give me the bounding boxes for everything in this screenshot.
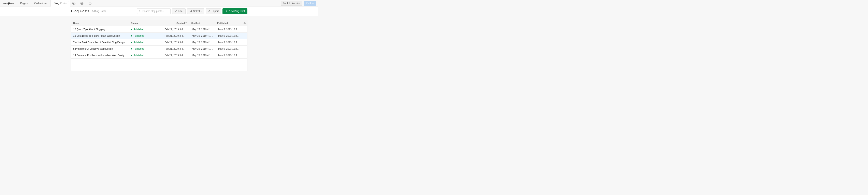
status-text: Published: [133, 28, 144, 31]
toolbar: Blog Posts 5 Blog Posts Filter Select...…: [71, 6, 247, 15]
cell-status: Published: [129, 54, 162, 57]
table-header: Name Status Created ▾ Modified Published: [71, 20, 247, 26]
tab-label: Blog Posts: [54, 2, 66, 5]
cell-name: 14 Common Problems with modern Web Desig…: [71, 54, 129, 57]
select-label: Select...: [193, 10, 202, 12]
help-tab[interactable]: [78, 0, 86, 6]
svg-line-9: [140, 11, 141, 12]
search-wrap: [137, 8, 170, 14]
cell-published: May 5, 2023 12:46 PM: [215, 54, 242, 57]
tab-label: Pages: [20, 2, 28, 5]
cell-created: Feb 21, 2019 3:48 PM: [162, 54, 189, 57]
right-buttons: Back to live site Publish: [279, 0, 318, 6]
plus-icon: [225, 10, 227, 12]
select-button[interactable]: Select...: [187, 8, 204, 14]
col-created-label: Created: [177, 22, 185, 24]
status-dot-icon: [131, 48, 132, 50]
cell-status: Published: [129, 41, 162, 44]
export-icon: [208, 10, 211, 12]
back-to-live-button[interactable]: Back to live site: [281, 1, 302, 6]
table-body: 10 Quick Tips About BloggingPublishedFeb…: [71, 26, 247, 59]
cell-created: Feb 21, 2019 3:48 PM: [162, 41, 189, 44]
cell-status: Published: [129, 47, 162, 50]
check-icon: [189, 10, 192, 12]
cell-created: Feb 21, 2019 3:48 PM: [162, 47, 189, 50]
svg-point-0: [73, 3, 74, 4]
cell-modified: May 15, 2019 4:15 PM: [189, 47, 215, 50]
cell-published: May 5, 2023 12:46 PM: [215, 47, 242, 50]
cell-status: Published: [129, 34, 162, 37]
status-text: Published: [133, 54, 144, 57]
cell-name: 5 Principles Of Effective Web Design: [71, 47, 129, 50]
table-row[interactable]: 7 of the Best Examples of Beautiful Blog…: [71, 39, 247, 45]
status-dot-icon: [131, 35, 132, 36]
table-empty-space: [71, 59, 247, 71]
publish-button[interactable]: Publish: [304, 1, 316, 6]
tab-pages[interactable]: Pages: [17, 0, 31, 6]
settings-tab[interactable]: [70, 0, 78, 6]
svg-line-5: [82, 2, 83, 3]
help-icon: [80, 2, 84, 5]
toolbar-wrap: Blog Posts 5 Blog Posts Filter Select...…: [0, 6, 318, 16]
cell-name: 15 Best Blogs To Follow About Web Design: [71, 34, 129, 37]
caret-down-icon: ▾: [186, 22, 187, 24]
cell-published: May 5, 2023 12:46 PM: [215, 34, 242, 37]
close-icon[interactable]: ×: [68, 0, 69, 2]
filter-icon: [175, 10, 177, 12]
gear-icon: [72, 2, 75, 5]
col-status[interactable]: Status: [129, 22, 162, 24]
tab-collections[interactable]: Collections: [31, 0, 51, 6]
table: Name Status Created ▾ Modified Published…: [71, 20, 247, 71]
topbar: webflow Pages Collections Blog Posts × B…: [0, 0, 318, 6]
cell-modified: May 15, 2019 4:14 PM: [189, 28, 215, 31]
cell-modified: May 15, 2019 4:15 PM: [189, 54, 215, 57]
pin-icon: [243, 22, 246, 24]
share-tab[interactable]: [86, 0, 94, 6]
search-input[interactable]: [137, 8, 170, 14]
status-dot-icon: [131, 55, 132, 56]
export-button[interactable]: Export: [206, 8, 221, 14]
col-created[interactable]: Created ▾: [162, 22, 189, 24]
svg-line-3: [81, 2, 82, 3]
new-blog-post-button[interactable]: New Blog Post: [222, 8, 247, 14]
table-row[interactable]: 5 Principles Of Effective Web DesignPubl…: [71, 45, 247, 52]
table-row[interactable]: 10 Quick Tips About BloggingPublishedFeb…: [71, 26, 247, 33]
cell-created: Feb 21, 2019 3:48 PM: [162, 34, 189, 37]
export-label: Export: [212, 10, 219, 12]
filter-label: Filter: [178, 10, 184, 12]
cell-modified: May 15, 2019 4:14 PM: [189, 41, 215, 44]
status-dot-icon: [131, 29, 132, 30]
tab-label: Collections: [34, 2, 47, 5]
cell-published: May 5, 2023 12:46 PM: [215, 41, 242, 44]
status-text: Published: [133, 41, 144, 44]
cell-published: May 5, 2023 12:46 PM: [215, 28, 242, 31]
table-row[interactable]: 15 Best Blogs To Follow About Web Design…: [71, 33, 247, 39]
cell-status: Published: [129, 28, 162, 31]
item-count: 5 Blog Posts: [92, 10, 106, 12]
filter-button[interactable]: Filter: [172, 8, 186, 14]
tab-blog-posts[interactable]: Blog Posts ×: [51, 0, 70, 6]
col-modified[interactable]: Modified: [189, 22, 215, 24]
share-icon: [88, 2, 92, 5]
svg-marker-10: [175, 10, 177, 12]
cell-name: 7 of the Best Examples of Beautiful Blog…: [71, 41, 129, 44]
status-text: Published: [133, 47, 144, 50]
search-icon: [138, 10, 141, 12]
status-text: Published: [133, 34, 144, 37]
cell-created: Feb 21, 2019 3:48 PM: [162, 28, 189, 31]
cell-modified: May 15, 2019 4:14 PM: [189, 34, 215, 37]
logo[interactable]: webflow: [0, 0, 17, 6]
new-label: New Blog Post: [229, 10, 245, 12]
table-row[interactable]: 14 Common Problems with modern Web Desig…: [71, 52, 247, 59]
cell-name: 10 Quick Tips About Blogging: [71, 28, 129, 31]
svg-rect-11: [190, 10, 192, 12]
col-published[interactable]: Published: [215, 22, 242, 24]
col-pin[interactable]: [242, 22, 247, 24]
col-name[interactable]: Name: [71, 22, 129, 24]
page-title: Blog Posts: [71, 9, 89, 13]
svg-point-8: [139, 10, 140, 12]
spacer: [94, 0, 279, 6]
svg-point-7: [89, 2, 91, 4]
status-dot-icon: [131, 42, 132, 43]
svg-line-4: [82, 3, 83, 4]
